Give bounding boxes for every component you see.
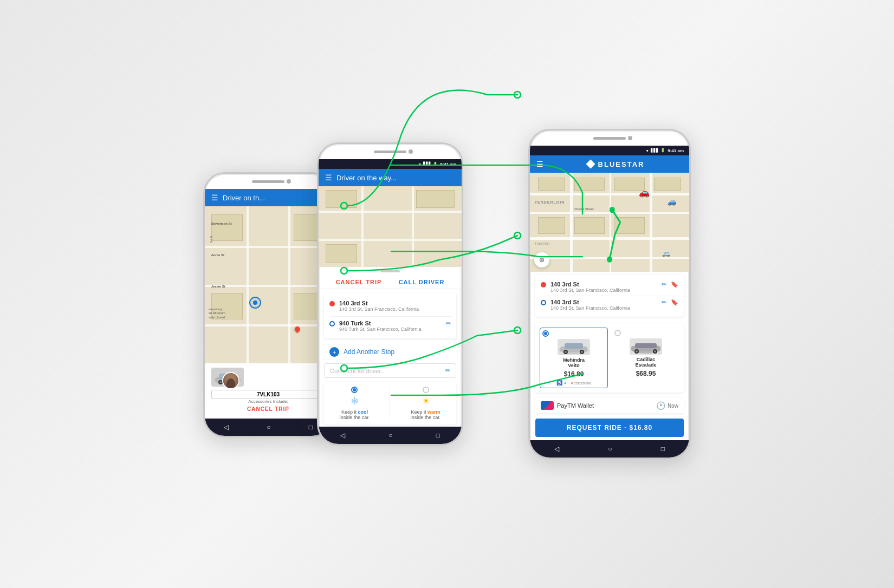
- phone3-v2-name: CadillacEscalade: [635, 357, 656, 368]
- phone3-payment-row[interactable]: PayTM Wallet 🕐 Now: [535, 398, 684, 413]
- phone3-pickup-bookmark-icon[interactable]: 🔖: [671, 281, 678, 288]
- phone3-v1-img: [558, 339, 590, 355]
- phone3-v1-name: MehindraVeito: [563, 357, 585, 368]
- phone3-now-badge: 🕐 Now: [656, 401, 678, 410]
- phone2-comment-edit-icon: ✏: [445, 367, 450, 374]
- phone3-menu-icon[interactable]: ☰: [536, 160, 543, 168]
- phone3-v1-seats: 4: [564, 381, 566, 386]
- phone2-home-btn[interactable]: ○: [388, 432, 392, 439]
- phone2-cool-option[interactable]: ❄ Keep it coolinside the car.: [340, 387, 370, 420]
- phone2-bottom-nav: ◁ ○ □: [319, 427, 462, 444]
- phone2-dropoff-dot: [329, 321, 335, 326]
- phone3-v1-meta: ♿ 4 · Accessible: [556, 380, 592, 386]
- phone1-title: Driver on th...: [223, 194, 265, 202]
- phone2-add-stop-label: Add Another Stop: [344, 348, 394, 356]
- phone2-dropoff-name: 940 Turk St: [339, 320, 442, 326]
- phone1-recents-btn[interactable]: □: [309, 423, 313, 431]
- phone1-map-pin: [293, 325, 301, 333]
- svg-point-10: [610, 207, 615, 213]
- phone3-logo-area: BLUESTAR: [548, 160, 683, 168]
- phone2-back-btn[interactable]: ◁: [340, 432, 345, 439]
- phone3-bottom-nav: ◁ ○ □: [530, 440, 689, 458]
- phone1-car-row: [211, 368, 325, 387]
- phone3-v2-price: $68.95: [636, 370, 656, 377]
- phone3-back-btn[interactable]: ◁: [554, 445, 559, 453]
- phone2-call-driver-btn[interactable]: CALL DRIVER: [399, 279, 445, 285]
- phone1-driver-photo: [222, 372, 239, 389]
- phone2-status-icons: ▼ ▋▋▋ 🔋: [418, 162, 438, 166]
- phone-2: ▼ ▋▋▋ 🔋 9:41 am ☰ Driver on the way...: [317, 142, 463, 446]
- phone3-dropoff-edit-icon[interactable]: ✏: [662, 299, 666, 306]
- phone3-appbar: ☰ BLUESTAR: [530, 155, 689, 173]
- svg-point-17: [581, 351, 583, 353]
- phone2-dropoff-address: 940 Turk St, San Francisco, California: [339, 326, 442, 332]
- phone3-vehicle1-option[interactable]: MehindraVeito $16.80 ♿ 4 · Accessible: [540, 328, 608, 388]
- phone2-recents-btn[interactable]: □: [436, 432, 440, 439]
- phone2-appbar: ☰ Driver on the way...: [319, 169, 462, 186]
- phone3-dropoff-name: 140 3rd St: [550, 299, 657, 305]
- phone2-dropoff-item: 940 Turk St 940 Turk St, San Francisco, …: [329, 316, 451, 334]
- phone2-comfort-row: ❄ Keep it coolinside the car. ☀ Keep it …: [324, 382, 456, 424]
- phone2-comment-placeholder: Comment for driver...: [330, 368, 445, 374]
- phone3-vehicle2-option[interactable]: CadillacEscalade $68.95: [612, 328, 679, 388]
- phone3-status-bar: ▼ ▋▋▋ 🔋 9:41 am: [530, 146, 689, 155]
- phone2-location-card: 140 3rd St 140 3rd St, San Francisco, Ca…: [324, 293, 456, 338]
- phone2-edit-icon[interactable]: ✏: [446, 320, 451, 327]
- phone1-back-btn[interactable]: ◁: [224, 423, 229, 431]
- phone3-pickup-edit-icon[interactable]: ✏: [662, 281, 666, 288]
- phone-1: ☰ Driver on th...: [203, 172, 333, 437]
- phone3-clock-icon: 🕐: [656, 401, 665, 410]
- phone2-comment-row[interactable]: Comment for driver... ✏: [324, 363, 456, 378]
- phone3-map: TENDERLOIN THEATER 🚗 🚙 🚐 ⊕ Powell Street: [530, 173, 689, 272]
- phone3-v1-radio: [542, 330, 549, 337]
- phone3-dropoff-dot: [541, 300, 546, 305]
- phone3-v2-radio: [614, 330, 621, 336]
- phone1-accessories: Accessories Include:: [211, 399, 325, 404]
- phone2-cancel-trip-btn[interactable]: CANCEL TRIP: [336, 279, 382, 285]
- phone3-request-btn[interactable]: REQUEST RIDE - $16.80: [535, 419, 684, 437]
- phone2-add-stop-row[interactable]: + Add Another Stop: [324, 343, 456, 361]
- phone3-brand: BLUESTAR: [598, 160, 645, 168]
- phone2-drag-handle: [380, 270, 400, 272]
- phone3-logo-diamond: [586, 160, 595, 168]
- phone1-car-photo: [211, 368, 244, 387]
- phone3-dropoff-bookmark-icon[interactable]: 🔖: [671, 299, 678, 306]
- phone2-add-stop-icon: +: [329, 347, 339, 357]
- phone2-status-bar: ▼ ▋▋▋ 🔋 9:41 am: [319, 159, 462, 169]
- phone1-appbar: ☰ Driver on th...: [205, 189, 332, 206]
- phone1-plate: 7VLK103: [211, 390, 325, 399]
- phone3-v1-tag: Accessible: [571, 381, 591, 386]
- phone3-accessible-icon: ♿: [556, 380, 562, 386]
- phone3-dropoff-item: 140 3rd St 140 3rd St, San Francisco, Ca…: [541, 296, 678, 313]
- phone2-menu-icon[interactable]: ☰: [325, 173, 332, 182]
- phone2-pickup-name: 140 3rd St: [339, 300, 451, 306]
- phone3-dropoff-actions: ✏ 🔖: [662, 299, 678, 306]
- phone1-cancel-trip[interactable]: CANCEL TRIP: [211, 404, 325, 414]
- phone2-warm-option[interactable]: ☀ Keep it warminside the car.: [411, 387, 441, 420]
- phone3-pickup-actions: ✏ 🔖: [662, 281, 678, 288]
- svg-point-22: [636, 350, 638, 352]
- phone3-home-btn[interactable]: ○: [608, 445, 612, 453]
- phone2-pickup-item: 140 3rd St 140 3rd St, San Francisco, Ca…: [329, 298, 451, 314]
- phone1-menu-icon[interactable]: ☰: [211, 193, 218, 202]
- phone2-warm-label: Keep it warminside the car.: [411, 409, 441, 420]
- phone3-v2-img: [630, 338, 662, 355]
- phone2-title: Driver on the way...: [336, 174, 397, 182]
- phone2-cool-label: Keep it coolinside the car.: [340, 409, 370, 420]
- phone1-location-circle: [249, 297, 261, 309]
- phone2-map: [319, 186, 462, 267]
- phone3-pickup-dot: [541, 282, 546, 288]
- phone2-cool-radio: [351, 387, 358, 393]
- phone2-pickup-dot: [329, 301, 335, 306]
- phone3-location-btn[interactable]: ⊕: [534, 252, 549, 267]
- phone1-home-btn[interactable]: ○: [267, 423, 270, 431]
- phone1-bottom-sheet: 7VLK103 Accessories Include: CANCEL TRIP: [205, 363, 332, 419]
- svg-rect-20: [635, 343, 657, 348]
- phone3-status-icons: ▼ ▋▋▋ 🔋: [645, 148, 665, 153]
- svg-point-24: [654, 350, 656, 352]
- phone2-snowflake-icon: ❄: [351, 395, 359, 407]
- phone3-recents-btn[interactable]: □: [661, 445, 665, 453]
- phone3-payment-name: PayTM Wallet: [557, 402, 594, 409]
- phone2-sun-icon: ☀: [422, 395, 430, 407]
- phone2-pickup-address: 140 3rd St, San Francisco, California: [339, 306, 451, 312]
